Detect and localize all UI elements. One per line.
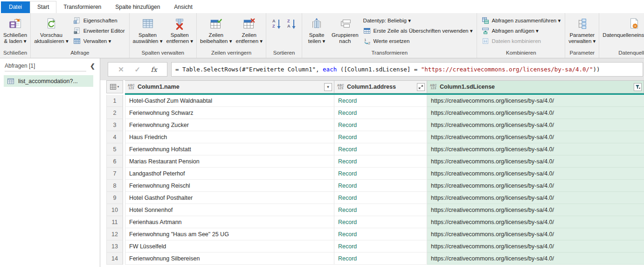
row-number[interactable]: 1 — [106, 95, 123, 107]
row-number[interactable]: 13 — [106, 240, 123, 253]
close-and-load-button[interactable]: Schließen & laden ▾ — [1, 14, 29, 49]
cell-license[interactable]: https://creativecommons.org/licenses/by-… — [427, 131, 644, 143]
cell-name[interactable]: Ferienwohnung Reischl — [125, 180, 334, 192]
advanced-editor-button[interactable]: Erweiterter Editor — [71, 26, 127, 35]
table-row: 9 Hotel Gasthof Posthalter Record https:… — [106, 192, 644, 204]
cell-name[interactable]: Ferienwohnung Schwarz — [125, 107, 334, 119]
cell-name[interactable]: Ferienhaus Artmann — [125, 216, 334, 228]
cell-name[interactable]: Landgasthof Peterhof — [125, 168, 334, 180]
choose-columns-button[interactable]: Spalten auswählen ▾ — [131, 14, 165, 49]
manage-parameters-button[interactable]: Parameter verwalten ▾ — [567, 14, 597, 49]
tab-start[interactable]: Start — [30, 1, 56, 13]
merge-queries-button[interactable]: Abfragen zusammenführen ▾ — [479, 15, 562, 25]
split-column-button[interactable]: Spalte teilen ▾ — [304, 14, 330, 49]
row-number[interactable]: 14 — [106, 253, 123, 265]
row-number[interactable]: 8 — [106, 180, 123, 192]
cell-license[interactable]: https://creativecommons.org/licenses/by-… — [427, 240, 644, 253]
row-number[interactable]: 5 — [106, 143, 123, 155]
cell-address[interactable]: Record — [334, 216, 427, 228]
properties-button[interactable]: Eigenschaften — [71, 15, 127, 25]
cell-license[interactable]: https://creativecommons.org/licenses/by-… — [427, 143, 644, 155]
tab-spalte-hinzufuegen[interactable]: Spalte hinzufügen — [108, 1, 167, 13]
cancel-formula-icon[interactable]: ✕ — [118, 65, 124, 74]
collapse-pane-icon[interactable]: ❮ — [86, 63, 97, 71]
cell-name[interactable]: Marias Restaurant Pension — [125, 155, 334, 168]
formula-input[interactable]: = Table.SelectRows(#"Erweiterte Column1"… — [171, 62, 643, 77]
sort-ascending-button[interactable]: A Z — [270, 16, 283, 32]
column-header-sdlicense[interactable]: ABC123 Column1.sdLicense — [427, 80, 644, 93]
cell-name[interactable]: Ferienwohnung "Haus am See" 25 UG — [125, 228, 334, 240]
cell-license[interactable]: https://creativecommons.org/licenses/by-… — [427, 95, 644, 107]
row-number[interactable]: 9 — [106, 192, 123, 204]
cell-license[interactable]: https://creativecommons.org/licenses/by-… — [427, 228, 644, 240]
cell-name[interactable]: Hotel-Gasthof Zum Waldnaabtal — [125, 95, 334, 107]
row-number[interactable]: 12 — [106, 228, 123, 240]
cell-address[interactable]: Record — [334, 119, 427, 131]
cell-license[interactable]: https://creativecommons.org/licenses/by-… — [427, 107, 644, 119]
expand-column-button[interactable] — [417, 83, 425, 91]
query-list-item[interactable]: list_accommodation?... — [4, 75, 93, 87]
table-row: 12 Ferienwohnung "Haus am See" 25 UG Rec… — [106, 228, 644, 240]
cell-name[interactable]: Ferienwohnung Zucker — [125, 119, 334, 131]
cell-name[interactable]: Hotel Sonnenhof — [125, 204, 334, 216]
commit-formula-icon[interactable]: ✓ — [134, 65, 140, 74]
row-number[interactable]: 11 — [106, 216, 123, 228]
data-source-settings-button[interactable]: Datenquelleneinstellungen — [601, 14, 644, 49]
column-header-name[interactable]: ABC123 Column1.name ▼ — [125, 80, 334, 93]
row-number[interactable]: 10 — [106, 204, 123, 216]
table-menu-button[interactable]: ▼ — [106, 80, 123, 93]
cell-license[interactable]: https://creativecommons.org/licenses/by-… — [427, 119, 644, 131]
cell-license[interactable]: https://creativecommons.org/licenses/by-… — [427, 192, 644, 204]
cell-address[interactable]: Record — [334, 168, 427, 180]
fx-add-step-button[interactable]: fx — [151, 66, 157, 73]
row-number[interactable]: 6 — [106, 155, 123, 168]
keep-rows-icon — [209, 15, 223, 32]
use-first-row-as-headers-button[interactable]: Erste Zeile als Überschriften verwenden … — [361, 26, 475, 35]
cell-address[interactable]: Record — [334, 95, 427, 107]
cell-license[interactable]: https://creativecommons.org/licenses/by-… — [427, 204, 644, 216]
cell-name[interactable]: Ferienwohnung Silbereisen — [125, 253, 334, 265]
cell-address[interactable]: Record — [334, 204, 427, 216]
cell-name[interactable]: Ferienwohnung Hofstatt — [125, 143, 334, 155]
filter-dropdown-button[interactable]: ▼ — [324, 83, 332, 91]
append-queries-button[interactable]: Abfragen anfügen ▾ — [479, 26, 562, 35]
row-number[interactable]: 2 — [106, 107, 123, 119]
cell-address[interactable]: Record — [334, 253, 427, 265]
remove-columns-button[interactable]: Spalten entfernen ▾ — [164, 14, 195, 49]
query-item-label: list_accommodation?... — [18, 78, 78, 84]
cell-license[interactable]: https://creativecommons.org/licenses/by-… — [427, 180, 644, 192]
cell-address[interactable]: Record — [334, 228, 427, 240]
cell-address[interactable]: Record — [334, 240, 427, 253]
tab-ansicht[interactable]: Ansicht — [167, 1, 199, 13]
cell-address[interactable]: Record — [334, 192, 427, 204]
row-number[interactable]: 3 — [106, 119, 123, 131]
cell-address[interactable]: Record — [334, 107, 427, 119]
replace-values-button[interactable]: 1 2 Werte ersetzen — [361, 36, 475, 46]
group-by-button[interactable]: Gruppieren nach — [330, 14, 360, 49]
cell-name[interactable]: Haus Friedrich — [125, 131, 334, 143]
data-type-button[interactable]: Datentyp: Beliebig ▾ — [361, 15, 475, 25]
cell-license[interactable]: https://creativecommons.org/licenses/by-… — [427, 168, 644, 180]
row-number[interactable]: 4 — [106, 131, 123, 143]
cell-license[interactable]: https://creativecommons.org/licenses/by-… — [427, 216, 644, 228]
tab-datei[interactable]: Datei — [1, 1, 30, 13]
split-column-icon — [310, 15, 324, 32]
cell-name[interactable]: Hotel Gasthof Posthalter — [125, 192, 334, 204]
column-header-address[interactable]: ABC123 Column1.address — [334, 80, 427, 93]
cell-license[interactable]: https://creativecommons.org/licenses/by-… — [427, 253, 644, 265]
cell-address[interactable]: Record — [334, 131, 427, 143]
manage-button[interactable]: Verwalten ▾ — [71, 36, 127, 46]
sort-descending-button[interactable]: Z A — [285, 16, 298, 32]
cell-license[interactable]: https://creativecommons.org/licenses/by-… — [427, 155, 644, 168]
cell-name[interactable]: FW Lüsselfeld — [125, 240, 334, 253]
filter-active-button[interactable] — [634, 83, 642, 91]
refresh-preview-button[interactable]: Vorschau aktualisieren ▾ — [32, 14, 70, 49]
formula-text: )) — [593, 66, 600, 73]
keep-rows-button[interactable]: Zeilen beibehalten ▾ — [198, 14, 234, 49]
tab-transformieren[interactable]: Transformieren — [56, 1, 108, 13]
cell-address[interactable]: Record — [334, 155, 427, 168]
row-number[interactable]: 7 — [106, 168, 123, 180]
cell-address[interactable]: Record — [334, 180, 427, 192]
cell-address[interactable]: Record — [334, 143, 427, 155]
remove-rows-button[interactable]: Zeilen entfernen ▾ — [234, 14, 265, 49]
